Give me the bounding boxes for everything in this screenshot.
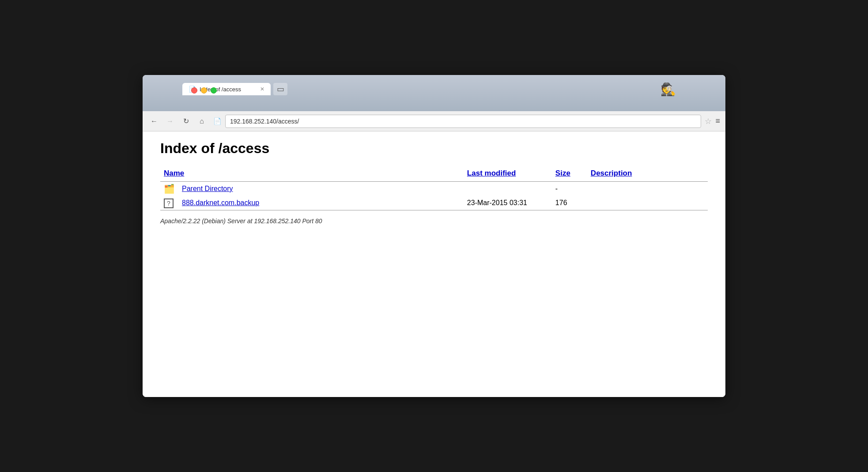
maximize-button[interactable] [211,87,217,94]
row-modified-cell: 23-Mar-2015 03:31 [464,196,552,210]
title-bar: 📄 Index of /access ✕ ▭ 🕵 [143,75,725,111]
footer-divider-cell [160,210,708,210]
row-desc-cell [587,196,708,210]
home-button[interactable]: ⌂ [196,115,208,127]
th-last-modified: Last modified [464,167,552,181]
footer-hr [160,210,708,210]
desc-sort-link[interactable]: Description [591,169,632,177]
th-description: Description [587,167,708,181]
parent-directory-link[interactable]: Parent Directory [182,185,233,192]
modified-sort-link[interactable]: Last modified [467,169,516,177]
th-name: Name [160,167,464,181]
reload-button[interactable]: ↻ [180,115,192,127]
minimize-button[interactable] [201,87,207,94]
tab-close-button[interactable]: ✕ [260,86,264,92]
bookmark-button[interactable]: ☆ [705,116,712,126]
browser-window: 📄 Index of /access ✕ ▭ 🕵 ← → ↻ ⌂ 📄 ☆ ≡ I… [143,75,725,397]
forward-button[interactable]: → [164,115,176,127]
page-content: Index of /access Name Last modified Size… [143,131,725,397]
th-size: Size [552,167,587,181]
traffic-lights [191,87,217,94]
backup-file-link[interactable]: 888.darknet.com.backup [182,199,259,206]
row-icon-cell: ? [160,196,178,210]
table-header-row: Name Last modified Size Description [160,167,708,181]
new-tab-button[interactable]: ▭ [273,83,287,95]
row-size-cell: 176 [552,196,587,210]
row-size-cell: - [552,182,587,196]
name-sort-link[interactable]: Name [164,169,184,177]
back-button[interactable]: ← [148,115,160,127]
row-desc-cell [587,182,708,196]
page-title: Index of /access [160,140,708,157]
directory-table: Name Last modified Size Description [160,167,708,210]
folder-up-icon: 🗂️ [164,184,175,194]
menu-button[interactable]: ≡ [715,116,720,126]
table-row: 🗂️ Parent Directory - [160,182,708,196]
tab-row: 📄 Index of /access ✕ ▭ [143,75,725,95]
table-row: ? 888.darknet.com.backup 23-Mar-2015 03:… [160,196,708,210]
new-tab-icon: ▭ [277,84,284,94]
row-icon-cell: 🗂️ [160,182,178,196]
row-modified-cell [464,182,552,196]
nav-bar: ← → ↻ ⌂ 📄 ☆ ≡ [143,111,725,131]
file-unknown-icon: ? [164,199,174,208]
doc-icon: 📄 [213,117,222,125]
size-sort-link[interactable]: Size [555,169,570,177]
close-button[interactable] [191,87,197,94]
row-name-cell: 888.darknet.com.backup [178,196,464,210]
address-bar[interactable] [225,115,701,128]
spy-icon: 🕵 [659,80,677,98]
footer-divider-row [160,210,708,210]
server-footer: Apache/2.2.22 (Debian) Server at 192.168… [160,217,708,225]
row-name-cell: Parent Directory [178,182,464,196]
